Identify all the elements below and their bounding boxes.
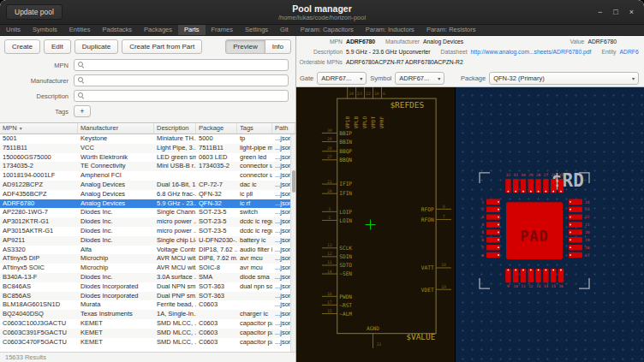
entity-link[interactable]: ADRF6780ACPZN-R7 <box>620 49 640 55</box>
manufacturer-label: Manufacturer <box>385 39 420 45</box>
svg-text:3: 3 <box>481 215 484 219</box>
info-toggle-button[interactable]: Info <box>265 39 291 54</box>
svg-text:$VALUE: $VALUE <box>406 332 435 341</box>
pad: 5 <box>481 229 500 234</box>
table-row[interactable]: C0603C470F5GACTUKEMETSMD MLCC, ...C0603c… <box>0 338 295 347</box>
tab-param-capacitors[interactable]: Param: Capacitors <box>295 25 360 35</box>
column-header-package[interactable]: Package <box>196 123 237 134</box>
manufacturer-search-input[interactable] <box>87 77 284 85</box>
table-row[interactable]: 7511B11VCCLight Pipe, 3...7511B11light-p… <box>0 144 295 153</box>
svg-text:21: 21 <box>327 180 332 184</box>
pad: 29 <box>528 173 534 193</box>
tab-frames[interactable]: Frames <box>206 25 239 35</box>
pad: 28 <box>535 173 540 193</box>
edit-button[interactable]: Edit <box>44 39 71 54</box>
svg-text:32: 32 <box>506 173 511 177</box>
duplicate-button[interactable]: Duplicate <box>75 39 118 54</box>
table-row[interactable]: BC856ASDiodes IncorporatedDual PNP sm...… <box>0 292 295 301</box>
package-canvas[interactable]: $RDPAD1234567824232221201918173231302928… <box>456 87 644 362</box>
table-row[interactable]: AS3320AlfaVoltage Contr...DIP18, 7.62 ..… <box>0 246 295 255</box>
package-label: Package <box>461 74 486 82</box>
tab-padstacks[interactable]: Padstacks <box>96 25 138 35</box>
tab-git[interactable]: Git <box>274 25 295 35</box>
svg-text:2: 2 <box>481 207 484 211</box>
symbol-pin: 6VPRF <box>379 87 385 128</box>
column-header-description[interactable]: Description <box>154 123 196 134</box>
pad: 20 <box>569 229 590 234</box>
svg-text:SDIN: SDIN <box>339 253 352 259</box>
svg-text:26: 26 <box>552 173 557 177</box>
minimize-icon[interactable]: − <box>598 9 602 16</box>
gate-dropdown[interactable]: ADRF67... ▾ <box>317 72 367 85</box>
package-dropdown[interactable]: QFN-32 (Primary) ▾ <box>489 72 639 85</box>
tab-packages[interactable]: Packages <box>138 25 178 35</box>
column-header-tags[interactable]: Tags <box>237 123 272 134</box>
svg-text:10: 10 <box>374 92 379 96</box>
update-pool-button[interactable]: Update pool <box>6 4 63 20</box>
add-tag-button[interactable]: + <box>74 105 91 117</box>
column-header-mpn[interactable]: MPN▼ <box>0 123 78 134</box>
svg-text:29: 29 <box>327 137 332 141</box>
tab-entities[interactable]: Entities <box>63 25 97 35</box>
tags-filter-row: Tags + <box>0 105 289 117</box>
description-search-input[interactable] <box>87 92 284 100</box>
maximize-icon[interactable]: □ <box>613 9 617 16</box>
symbol-canvas[interactable]: $REFDES$VALUE30BBIP29BBIN28BBQP27BBQN21I… <box>296 87 456 362</box>
parts-list-pane: Create Edit Duplicate Create Part from P… <box>0 36 296 362</box>
table-row[interactable]: 5001KeystoneMiniature TH...5000tp...json <box>0 134 295 144</box>
pad: 17 <box>569 252 590 258</box>
svg-text:23: 23 <box>585 207 590 211</box>
tab-symbols[interactable]: Symbols <box>27 25 63 35</box>
datasheet-link[interactable]: http://www.analog.com...sheets/ADRF6780.… <box>471 49 592 55</box>
svg-text:15: 15 <box>327 309 332 313</box>
table-row[interactable]: 150060GS75000Würth ElektronikLED green s… <box>0 153 295 163</box>
chevron-down-icon: ▾ <box>438 75 440 81</box>
table-row[interactable]: ADRF6780Analog Devices5.9 GHz - 23...QFN… <box>0 199 295 209</box>
tab-param-inductors[interactable]: Param: Inductors <box>360 25 420 35</box>
table-row[interactable]: 1734035-2TE ConnectivityMini USB-B r...1… <box>0 162 295 171</box>
pad: 30 <box>521 173 526 193</box>
description-value: 5.9 GHz - 23.6 GHz Upconverter <box>346 49 431 55</box>
scrollbar-thumb[interactable] <box>292 170 295 193</box>
value-value: ADRF6780 <box>587 39 617 45</box>
column-header-path[interactable]: Path <box>272 123 295 134</box>
preview-toggle-button[interactable]: Preview <box>225 39 265 54</box>
svg-text:~SEN: ~SEN <box>339 270 352 276</box>
pad: 15 <box>551 269 556 288</box>
table-row[interactable]: BLM18AG601SN1DMurataFerrite bead, ...C06… <box>0 300 295 310</box>
create-part-from-part-button[interactable]: Create Part from Part <box>122 39 202 54</box>
table-row[interactable]: ATtinyx5 SOICMicrochipAVR MCU wit...SOIC… <box>0 264 295 273</box>
table-row[interactable]: BQ24040DSQTexas Instruments1A, Single-In… <box>0 310 295 319</box>
table-row[interactable]: AD9122BCPZAnalog DevicesDual 16-Bit, 1..… <box>0 181 295 190</box>
mpn-search-input[interactable] <box>87 62 284 69</box>
table-row[interactable]: B340A-13-FDiodes Inc.3.0A surface ...SMA… <box>0 273 295 282</box>
table-scrollbar[interactable] <box>290 134 295 352</box>
pad: 12 <box>528 269 534 288</box>
svg-text:22: 22 <box>585 215 590 219</box>
pad: 1 <box>481 199 500 205</box>
table-row[interactable]: AP3015AKTR-G1Diodes Inc.micro power ...S… <box>0 227 295 236</box>
column-header-manufacturer[interactable]: Manufacturer <box>78 123 154 134</box>
table-row[interactable]: ADF4356BCPZAnalog Devices6.8 GHz frac-..… <box>0 190 295 199</box>
table-row[interactable]: 10018194-0001LFAmphenol FCIconnector usb… <box>0 171 295 181</box>
table-row[interactable]: AP9211Diodes Inc.Single chip Li-...U-DFN… <box>0 236 295 246</box>
table-row[interactable]: C0603C391F5GACTUKEMETSMD MLCC, ...C0603c… <box>0 329 295 338</box>
svg-text:RFOP: RFOP <box>421 206 434 212</box>
tab-units[interactable]: Units <box>0 25 27 35</box>
tab-bar: UnitsSymbolsEntitiesPadstacksPackagesPar… <box>0 25 644 36</box>
table-row[interactable]: AP2280-1WG-7Diodes Inc.Single Chann...SO… <box>0 208 295 217</box>
tab-param-resistors[interactable]: Param: Resistors <box>420 25 482 35</box>
table-row[interactable]: BC846ASDiodes IncorporatedDual NPN sm...… <box>0 282 295 292</box>
create-button[interactable]: Create <box>4 39 40 54</box>
close-icon[interactable]: × <box>629 9 634 16</box>
table-row[interactable]: C0603C100J3GACTUKEMETSMD MLCC, ...C0603c… <box>0 319 295 329</box>
tab-settings[interactable]: Settings <box>239 25 274 35</box>
svg-text:VPRF: VPRF <box>379 116 385 129</box>
symbol-dropdown[interactable]: ADRF67... ▾ <box>395 72 444 85</box>
svg-text:~ALM: ~ALM <box>339 311 352 317</box>
table-row[interactable]: AP3012KTR-G1Diodes Inc.micro power ...SO… <box>0 217 295 227</box>
svg-text:VPLB: VPLB <box>353 116 359 129</box>
search-icon <box>78 77 85 84</box>
tab-parts[interactable]: Parts <box>178 25 206 35</box>
table-row[interactable]: ATtinyx5 DIPMicrochipAVR MCU wit...DIP8,… <box>0 254 295 264</box>
